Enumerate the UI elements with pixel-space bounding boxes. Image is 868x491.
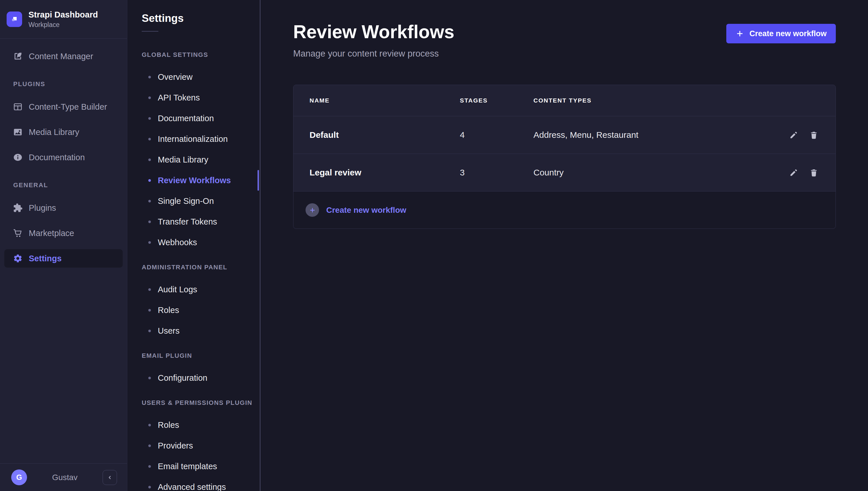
workflow-name: Default xyxy=(309,130,460,140)
workflow-content-types: Country xyxy=(534,168,774,177)
sidebar-group-general: Plugins Marketplace Settings xyxy=(0,199,127,268)
subnav-item-review-workflows[interactable]: Review Workflows xyxy=(127,170,260,191)
footer-link-label: Create new workflow xyxy=(326,206,406,215)
column-header-name: NAME xyxy=(309,97,460,104)
brand-text: Strapi Dashboard Workplace xyxy=(28,10,98,29)
user-avatar[interactable]: G xyxy=(11,469,27,485)
subnav-item-single-sign-on[interactable]: Single Sign-On xyxy=(127,191,260,211)
strapi-logo-icon xyxy=(7,11,22,27)
workflow-content-types: Address, Menu, Restaurant xyxy=(534,130,774,140)
main-content: Review Workflows Manage your content rev… xyxy=(261,0,868,491)
sidebar-section-general: GENERAL xyxy=(13,181,127,189)
subnav-section-administration-panel: ADMINISTRATION PANEL xyxy=(142,264,260,270)
sidebar-item-content-manager[interactable]: Content Manager xyxy=(4,47,123,65)
main-sidebar: Strapi Dashboard Workplace Content Manag… xyxy=(0,0,127,491)
edit-workflow-button[interactable] xyxy=(788,129,799,141)
workflow-stages: 3 xyxy=(460,168,534,177)
workspace-brand[interactable]: Strapi Dashboard Workplace xyxy=(0,0,127,39)
subnav-title: Settings xyxy=(142,0,260,25)
subnav-item-admin-roles[interactable]: Roles xyxy=(127,300,260,320)
bullet-icon xyxy=(148,444,151,447)
collapse-sidebar-button[interactable] xyxy=(103,470,117,485)
subnav-item-api-tokens[interactable]: API Tokens xyxy=(127,87,260,108)
workflow-name: Legal review xyxy=(309,168,460,177)
bullet-icon xyxy=(148,241,151,244)
sidebar-item-label: Documentation xyxy=(29,153,85,162)
subnav-item-internationalization[interactable]: Internationalization xyxy=(127,128,260,149)
create-new-workflow-button[interactable]: Create new workflow xyxy=(726,24,836,44)
sidebar-item-label: Media Library xyxy=(29,127,79,137)
trash-icon xyxy=(809,131,819,140)
delete-workflow-button[interactable] xyxy=(808,129,819,141)
settings-subnav: Settings GLOBAL SETTINGS Overview API To… xyxy=(127,0,261,491)
bullet-icon xyxy=(148,377,151,379)
sidebar-item-plugins[interactable]: Plugins xyxy=(4,199,123,217)
subnav-group-email-plugin: Configuration xyxy=(127,368,260,388)
media-library-icon xyxy=(12,127,23,137)
edit-workflow-button[interactable] xyxy=(788,167,799,178)
delete-workflow-button[interactable] xyxy=(808,167,819,178)
user-name: Gustav xyxy=(27,473,103,482)
subnav-group-global-settings: Overview API Tokens Documentation Intern… xyxy=(127,67,260,253)
table-row[interactable]: Default 4 Address, Menu, Restaurant xyxy=(294,116,836,154)
subnav-group-users-permissions: Roles Providers Email templates Advanced… xyxy=(127,415,260,491)
bullet-icon xyxy=(148,309,151,312)
subnav-item-admin-users[interactable]: Users xyxy=(127,320,260,341)
subnav-item-email-templates[interactable]: Email templates xyxy=(127,456,260,476)
subnav-scrollbar-thumb[interactable] xyxy=(257,170,259,191)
sidebar-group-plugins: Content-Type Builder Media Library Docum… xyxy=(0,97,127,167)
trash-icon xyxy=(809,168,819,177)
subnav-item-email-configuration[interactable]: Configuration xyxy=(127,368,260,388)
subnav-item-audit-logs[interactable]: Audit Logs xyxy=(127,279,260,300)
sidebar-item-marketplace[interactable]: Marketplace xyxy=(4,224,123,242)
subnav-section-global-settings: GLOBAL SETTINGS xyxy=(142,52,260,58)
column-header-stages: STAGES xyxy=(460,97,534,104)
puzzle-icon xyxy=(12,203,23,213)
sidebar-item-media-library[interactable]: Media Library xyxy=(4,123,123,141)
bullet-icon xyxy=(148,221,151,223)
subnav-item-webhooks[interactable]: Webhooks xyxy=(127,232,260,253)
subnav-title-divider xyxy=(142,31,158,32)
bullet-icon xyxy=(148,288,151,291)
bullet-icon xyxy=(148,486,151,488)
pencil-icon xyxy=(789,131,798,140)
plus-icon xyxy=(735,29,744,38)
bullet-icon xyxy=(148,96,151,99)
workflow-stages: 4 xyxy=(460,130,534,140)
bullet-icon xyxy=(148,424,151,426)
workspace-name: Workplace xyxy=(28,21,98,29)
subnav-item-advanced-settings[interactable]: Advanced settings xyxy=(127,476,260,491)
shopping-cart-icon xyxy=(12,228,23,238)
strapi-dashboard: Strapi Dashboard Workplace Content Manag… xyxy=(0,0,868,491)
column-header-content-types: CONTENT TYPES xyxy=(534,97,774,104)
sidebar-section-plugins: PLUGINS xyxy=(13,80,127,88)
bullet-icon xyxy=(148,465,151,468)
sidebar-item-label: Marketplace xyxy=(29,229,74,238)
subnav-item-media-library[interactable]: Media Library xyxy=(127,149,260,170)
bullet-icon xyxy=(148,138,151,140)
sidebar-item-label: Content Manager xyxy=(29,52,93,61)
sidebar-footer: G Gustav xyxy=(0,463,127,491)
sidebar-item-settings[interactable]: Settings xyxy=(4,249,123,268)
page-header-text: Review Workflows Manage your content rev… xyxy=(293,22,454,59)
bullet-icon xyxy=(148,76,151,78)
page-subtitle: Manage your content review process xyxy=(293,49,454,59)
create-workflow-footer-button[interactable]: Create new workflow xyxy=(294,191,836,229)
page-header: Review Workflows Manage your content rev… xyxy=(293,22,836,59)
subnav-item-transfer-tokens[interactable]: Transfer Tokens xyxy=(127,211,260,232)
subnav-item-up-roles[interactable]: Roles xyxy=(127,415,260,435)
bullet-icon xyxy=(148,200,151,202)
subnav-item-overview[interactable]: Overview xyxy=(127,67,260,87)
chevron-left-icon xyxy=(106,474,113,481)
sidebar-item-content-type-builder[interactable]: Content-Type Builder xyxy=(4,97,123,116)
bullet-icon xyxy=(148,117,151,120)
settings-gear-icon xyxy=(12,253,23,264)
sidebar-item-label: Plugins xyxy=(29,203,56,213)
sidebar-item-documentation[interactable]: Documentation xyxy=(4,148,123,167)
table-row[interactable]: Legal review 3 Country xyxy=(294,154,836,191)
subnav-item-documentation[interactable]: Documentation xyxy=(127,108,260,128)
subnav-item-providers[interactable]: Providers xyxy=(127,435,260,456)
content-type-builder-icon xyxy=(12,102,23,112)
app-title: Strapi Dashboard xyxy=(28,10,98,20)
subnav-group-administration-panel: Audit Logs Roles Users xyxy=(127,279,260,341)
